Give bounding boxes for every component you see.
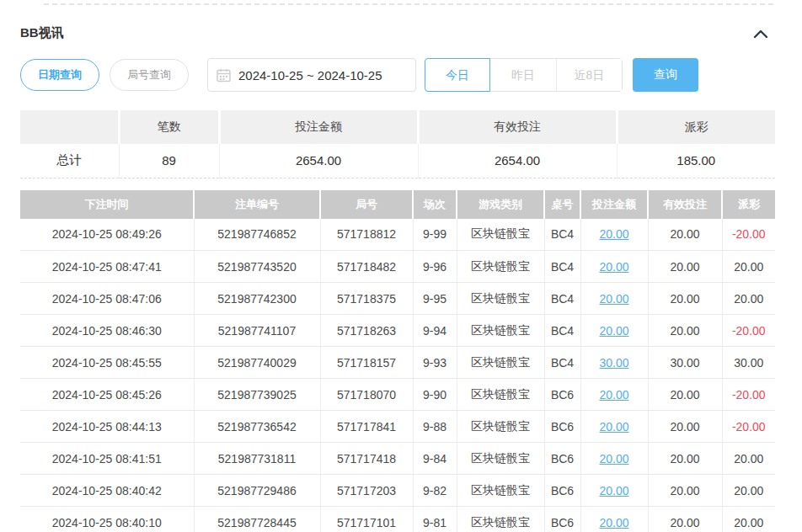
cell-bet: 20.00: [580, 219, 648, 251]
bet-table: 下注时间注单编号局号场次游戏类别桌号投注金额有效投注派彩 2024-10-25 …: [20, 190, 775, 532]
cell-table_no: BC6: [544, 379, 580, 411]
bet-amount-link[interactable]: 20.00: [599, 420, 628, 434]
cell-table_no: BC4: [544, 315, 580, 347]
panel-header: BB视讯: [20, 25, 775, 41]
summary-cell: 2654.00: [418, 144, 617, 178]
cell-session: 9-96: [413, 251, 457, 283]
cell-order_no: 521987729486: [194, 475, 320, 507]
cell-order_no: 521987742300: [194, 283, 320, 315]
bet-table-header-cell: 下注时间: [20, 190, 194, 219]
cell-session: 9-90: [413, 379, 457, 411]
bet-amount-link[interactable]: 30.00: [599, 356, 628, 370]
cell-valid: 20.00: [648, 379, 722, 411]
table-row: 2024-10-25 08:46:30521987741107571718263…: [20, 315, 775, 347]
table-row: 2024-10-25 08:49:26521987746852571718812…: [20, 219, 775, 251]
cell-round_no: 571718482: [320, 251, 413, 283]
quick-range-last8days[interactable]: 近8日: [556, 59, 622, 91]
cell-bet: 20.00: [580, 315, 648, 347]
quick-range-today[interactable]: 今日: [425, 58, 490, 92]
filter-toolbar: 日期查询 局号查询 2024-10-25 ~ 2024-10-25 今日 昨日 …: [20, 58, 775, 92]
summary-header-cell: [20, 110, 119, 144]
cell-time: 2024-10-25 08:40:10: [20, 507, 194, 532]
cell-bet: 20.00: [580, 379, 648, 411]
summary-cell: 总计: [20, 144, 119, 178]
bet-table-body: 2024-10-25 08:49:26521987746852571718812…: [20, 219, 775, 532]
cell-bet: 30.00: [580, 347, 648, 379]
bet-amount-link[interactable]: 20.00: [599, 388, 628, 402]
bet-amount-link[interactable]: 20.00: [599, 484, 628, 497]
cell-time: 2024-10-25 08:45:55: [20, 347, 194, 379]
page-title: BB视讯: [20, 25, 64, 41]
cell-valid: 20.00: [648, 507, 722, 532]
date-range-input[interactable]: 2024-10-25 ~ 2024-10-25: [207, 58, 416, 92]
cell-payout: 30.00: [722, 347, 775, 379]
bet-amount-link[interactable]: 20.00: [599, 516, 628, 529]
date-query-tab[interactable]: 日期查询: [20, 59, 99, 91]
date-range-value: 2024-10-25 ~ 2024-10-25: [238, 68, 382, 82]
bet-table-header-cell: 局号: [320, 190, 413, 219]
cell-bet: 20.00: [580, 283, 648, 315]
cell-table_no: BC4: [544, 251, 580, 283]
summary-table: 笔数投注金额有效投注派彩 总计892654.002654.00185.00: [20, 110, 775, 178]
section-divider: [44, 3, 773, 5]
table-row: 2024-10-25 08:45:55521987740029571718157…: [20, 347, 775, 379]
cell-bet: 20.00: [580, 251, 648, 283]
cell-game_type: 区块链骰宝: [457, 283, 544, 315]
table-row: 2024-10-25 08:47:06521987742300571718375…: [20, 283, 775, 315]
cell-valid: 20.00: [648, 475, 722, 507]
cell-session: 9-81: [413, 507, 457, 532]
cell-round_no: 571718157: [320, 347, 413, 379]
bet-table-header-cell: 有效投注: [648, 190, 722, 219]
summary-cell: 89: [119, 144, 219, 178]
cell-session: 9-99: [413, 219, 457, 251]
round-query-tab[interactable]: 局号查询: [110, 59, 189, 91]
cell-order_no: 521987741107: [194, 315, 320, 347]
bet-table-header-row: 下注时间注单编号局号场次游戏类别桌号投注金额有效投注派彩: [20, 190, 775, 219]
cell-payout: 20.00: [722, 283, 775, 315]
table-row: 2024-10-25 08:44:13521987736542571717841…: [20, 411, 775, 443]
summary-total-row: 总计892654.002654.00185.00: [20, 144, 775, 178]
cell-table_no: BC4: [544, 283, 580, 315]
cell-time: 2024-10-25 08:44:13: [20, 411, 194, 443]
cell-round_no: 571717841: [320, 411, 413, 443]
collapse-button[interactable]: [751, 27, 770, 40]
cell-table_no: BC6: [544, 443, 580, 475]
cell-session: 9-88: [413, 411, 457, 443]
quick-range-yesterday[interactable]: 昨日: [490, 59, 556, 91]
cell-round_no: 571717101: [320, 507, 413, 532]
bet-amount-link[interactable]: 20.00: [599, 324, 628, 338]
cell-payout: 20.00: [722, 475, 775, 507]
cell-game_type: 区块链骰宝: [457, 379, 544, 411]
cell-table_no: BC6: [544, 507, 580, 532]
search-button[interactable]: 查询: [633, 58, 698, 92]
bet-table-header-cell: 游戏类别: [457, 190, 544, 219]
bet-table-header-cell: 注单编号: [194, 190, 320, 219]
bet-amount-link[interactable]: 20.00: [599, 452, 628, 466]
cell-payout: -20.00: [722, 411, 775, 443]
cell-bet: 20.00: [580, 475, 648, 507]
cell-bet: 20.00: [580, 443, 648, 475]
bet-table-header-cell: 桌号: [544, 190, 580, 219]
table-row: 2024-10-25 08:40:42521987729486571717203…: [20, 475, 775, 507]
cell-session: 9-93: [413, 347, 457, 379]
summary-header-cell: 派彩: [617, 110, 775, 144]
bet-table-header-cell: 投注金额: [580, 190, 648, 219]
chevron-up-icon: [753, 29, 768, 41]
cell-game_type: 区块链骰宝: [457, 443, 544, 475]
bet-amount-link[interactable]: 20.00: [599, 227, 628, 241]
cell-valid: 20.00: [648, 315, 722, 347]
cell-round_no: 571718263: [320, 315, 413, 347]
bet-amount-link[interactable]: 20.00: [599, 292, 628, 306]
cell-valid: 20.00: [648, 283, 722, 315]
cell-order_no: 521987746852: [194, 219, 320, 251]
cell-session: 9-84: [413, 443, 457, 475]
bet-record-panel: BB视讯 日期查询 局号查询 2024-10-25 ~ 2024-10-25: [0, 3, 802, 532]
cell-time: 2024-10-25 08:45:26: [20, 379, 194, 411]
bet-amount-link[interactable]: 20.00: [599, 260, 628, 274]
cell-valid: 20.00: [648, 251, 722, 283]
table-row: 2024-10-25 08:47:41521987743520571718482…: [20, 251, 775, 283]
cell-game_type: 区块链骰宝: [457, 507, 544, 532]
cell-payout: 20.00: [722, 251, 775, 283]
cell-game_type: 区块链骰宝: [457, 475, 544, 507]
bet-table-header-cell: 派彩: [722, 190, 775, 219]
